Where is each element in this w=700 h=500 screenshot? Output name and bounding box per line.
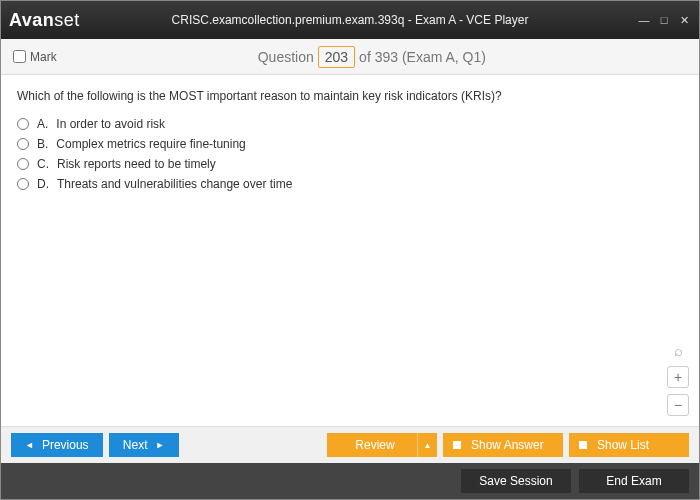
magnify-icon[interactable]: ⌕ (667, 340, 689, 360)
previous-button[interactable]: Previous (11, 433, 103, 457)
option-b[interactable]: B. Complex metrics require fine-tuning (17, 137, 683, 151)
question-number-box[interactable]: 203 (318, 46, 355, 68)
review-dropdown-icon[interactable]: ▲ (417, 433, 437, 457)
maximize-icon[interactable]: □ (657, 14, 671, 27)
review-button[interactable]: Review ▲ (327, 433, 437, 457)
zoom-out-button[interactable]: − (667, 394, 689, 416)
window-title: CRISC.examcollection.premium.exam.393q -… (1, 13, 699, 27)
footer-primary: Previous Next Review ▲ Show Answer Show … (1, 426, 699, 463)
option-b-letter: B. (37, 137, 48, 151)
end-exam-button[interactable]: End Exam (579, 469, 689, 493)
window-controls: — □ ✕ (637, 14, 691, 27)
subheader: Mark Question 203 of 393 (Exam A, Q1) (1, 39, 699, 75)
option-c[interactable]: C. Risk reports need to be timely (17, 157, 683, 171)
option-d-letter: D. (37, 177, 49, 191)
question-label: Question (258, 49, 314, 65)
stop-icon (453, 441, 461, 449)
option-b-text: Complex metrics require fine-tuning (56, 137, 245, 151)
option-b-radio[interactable] (17, 138, 29, 150)
titlebar: Avanset CRISC.examcollection.premium.exa… (1, 1, 699, 39)
show-answer-label: Show Answer (471, 438, 544, 452)
next-button[interactable]: Next (109, 433, 179, 457)
app-logo: Avanset (9, 10, 80, 31)
option-d[interactable]: D. Threats and vulnerabilities change ov… (17, 177, 683, 191)
option-c-text: Risk reports need to be timely (57, 157, 216, 171)
option-a-letter: A. (37, 117, 48, 131)
question-info: Question 203 of 393 (Exam A, Q1) (258, 46, 486, 68)
show-answer-button[interactable]: Show Answer (443, 433, 563, 457)
show-list-label: Show List (597, 438, 649, 452)
side-tools: ⌕ + − (667, 340, 689, 416)
zoom-in-button[interactable]: + (667, 366, 689, 388)
question-text: Which of the following is the MOST impor… (17, 89, 683, 103)
footer-secondary: Save Session End Exam (1, 463, 699, 499)
show-list-button[interactable]: Show List (569, 433, 689, 457)
mark-checkbox[interactable] (13, 50, 26, 63)
content-area: Which of the following is the MOST impor… (1, 75, 699, 426)
option-c-letter: C. (37, 157, 49, 171)
save-session-button[interactable]: Save Session (461, 469, 571, 493)
question-total: of 393 (Exam A, Q1) (359, 49, 486, 65)
mark-label: Mark (30, 50, 57, 64)
close-icon[interactable]: ✕ (677, 14, 691, 27)
option-d-text: Threats and vulnerabilities change over … (57, 177, 292, 191)
option-c-radio[interactable] (17, 158, 29, 170)
app-window: Avanset CRISC.examcollection.premium.exa… (0, 0, 700, 500)
option-d-radio[interactable] (17, 178, 29, 190)
minimize-icon[interactable]: — (637, 14, 651, 27)
option-a-text: In order to avoid risk (56, 117, 165, 131)
option-a[interactable]: A. In order to avoid risk (17, 117, 683, 131)
mark-checkbox-wrap[interactable]: Mark (13, 50, 57, 64)
option-a-radio[interactable] (17, 118, 29, 130)
stop-icon (579, 441, 587, 449)
review-label: Review (355, 438, 394, 452)
